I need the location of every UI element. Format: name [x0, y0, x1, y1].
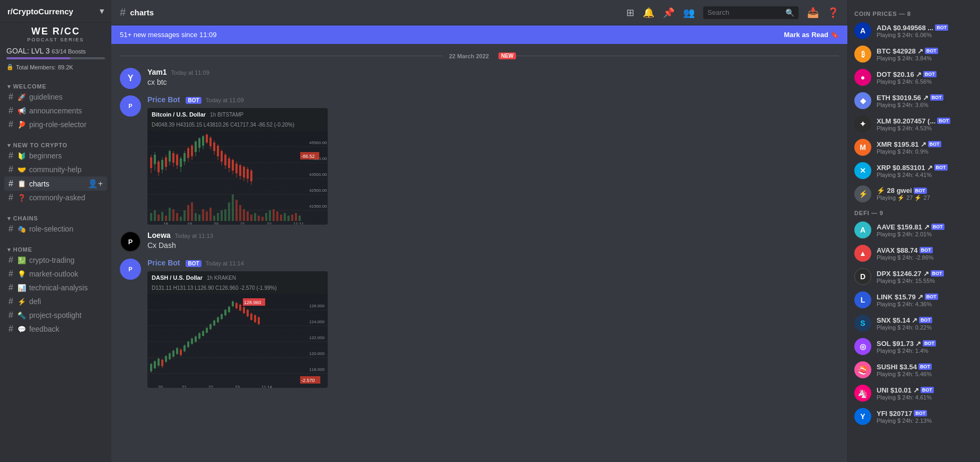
mark-read-label: Mark as Read — [784, 31, 828, 39]
svg-text:42500.00: 42500.00 — [309, 188, 327, 193]
svg-rect-64 — [172, 153, 174, 163]
avatar: P — [120, 95, 141, 117]
svg-rect-40 — [261, 217, 264, 221]
coin-item-sushi[interactable]: 🍣 SUSHI $3.54 BOT Playing $ 24h: 5.46% — [848, 358, 980, 381]
coin-item-avax[interactable]: ▲ AVAX $88.74 BOT Playing $ 24h: -2.86% — [848, 242, 980, 265]
svg-rect-13 — [161, 212, 163, 221]
channel-guidelines[interactable]: #🚀 guidelines — [4, 90, 107, 104]
coin-name: SUSHI $3.54 BOT — [877, 363, 974, 371]
coin-avatar-gwei: ⚡ — [854, 185, 871, 202]
section-home[interactable]: ▾ HOME — [4, 246, 107, 253]
coin-item-uni[interactable]: 🦄 UNI $10.01 ↗ BOT Playing $ 24h: 4.61% — [848, 381, 980, 405]
section-welcome[interactable]: ▾ WELCOME — [4, 83, 107, 90]
coin-item-gwei[interactable]: ⚡ ⚡ 28 gwei BOT Playing ⚡ 27 ⚡ 27 — [848, 182, 980, 206]
channel-label: beginners — [29, 152, 62, 160]
svg-rect-106 — [250, 171, 252, 181]
server-header[interactable]: r/CryptoCurrency ▾ — [0, 0, 111, 23]
channel-announcements[interactable]: #📢 announcements — [4, 104, 107, 118]
coin-sub: Playing $ 24h: 4.36% — [877, 301, 974, 307]
coin-avatar-aave: A — [854, 221, 871, 238]
svg-rect-82 — [206, 135, 208, 143]
coin-item-ada[interactable]: A ADA $0.949568 ... BOT Playing $ 24h: 6… — [848, 19, 980, 42]
search-icon: 🔍 — [785, 8, 794, 17]
section-chains[interactable]: ▾ CHAINS — [4, 215, 107, 222]
coin-item-xlm[interactable]: ✦ XLM $0.207457 (... BOT Playing $ 24h: … — [848, 112, 980, 136]
coin-info: AAVE $159.81 ↗ BOT Playing $ 24h: 2.01% — [877, 223, 974, 237]
search-input[interactable] — [707, 8, 782, 16]
search-bar[interactable]: 🔍 — [703, 6, 799, 19]
channel-commonly-asked[interactable]: #❓ commonly-asked — [4, 191, 107, 205]
coin-item-xrp[interactable]: ✕ XRP $0.853101 ↗ BOT Playing $ 24h: 4.4… — [848, 159, 980, 182]
coin-section-header-prices: COIN PRICES — 8 — [848, 6, 980, 19]
chart-timeframe: 1h BITSTAMP — [210, 112, 243, 118]
bot-tag: BOT — [919, 317, 932, 323]
chart-image-btc: Bitcoin / U.S. Dollar 1h BITSTAMP D4048.… — [147, 108, 328, 225]
channel-market-outlook[interactable]: #💡 market-outlook — [4, 267, 107, 281]
svg-rect-188 — [258, 317, 260, 324]
add-user-icon[interactable]: 👤+ — [88, 179, 103, 189]
svg-text:22: 22 — [208, 385, 213, 388]
message-content: Price Bot BOT Today at 11:09 Bitcoin / U… — [147, 95, 839, 225]
help-icon[interactable]: ❓ — [827, 7, 839, 19]
channel-defi[interactable]: #⚡ defi — [4, 295, 107, 308]
channel-ping-role-selector[interactable]: #🏓 ping-role-selector — [4, 118, 107, 131]
svg-rect-178 — [239, 305, 241, 310]
coin-name: LINK $15.79 ↗ BOT — [877, 293, 974, 301]
channel-technical-analysis[interactable]: #📊 technical-analysis — [4, 281, 107, 295]
coin-item-yfi[interactable]: Y YFI $20717 BOT Playing $ 24h: 2.13% — [848, 405, 980, 428]
channel-community-help[interactable]: #🤝 community-help — [4, 163, 107, 176]
coin-sub: Playing $ 24h: 4.61% — [877, 394, 974, 401]
avatar: Y — [120, 68, 141, 89]
coin-info: SNX $5.14 ↗ BOT Playing $ 24h: 0.22% — [877, 316, 974, 331]
pin-icon[interactable]: 📌 — [663, 7, 675, 19]
coin-item-dpx[interactable]: D DPX $1246.27 ↗ BOT Playing $ 24h: 15.5… — [848, 265, 980, 288]
bot-tag: BOT — [931, 224, 944, 230]
svg-rect-22 — [195, 213, 197, 221]
svg-rect-11 — [154, 210, 156, 221]
svg-text:118.000: 118.000 — [309, 367, 325, 372]
mute-icon[interactable]: 🔔 — [643, 7, 654, 19]
coin-info: XMR $195.81 ↗ BOT Playing $ 24h: 0.9% — [877, 140, 974, 155]
svg-rect-156 — [202, 331, 204, 336]
coin-item-sol[interactable]: ◎ SOL $91.73 ↗ BOT Playing $ 24h: 1.4% — [848, 335, 980, 358]
channel-role-selection[interactable]: #🎭 role-selection — [4, 222, 107, 236]
coin-item-xmr[interactable]: M XMR $195.81 ↗ BOT Playing $ 24h: 0.9% — [848, 136, 980, 159]
coin-avatar-link: L — [854, 291, 871, 308]
svg-rect-98 — [235, 164, 238, 173]
channel-charts[interactable]: #📋 charts 👤+ — [4, 176, 107, 191]
coin-sub: Playing ⚡ 27 ⚡ 27 — [877, 194, 974, 201]
svg-rect-80 — [202, 136, 204, 146]
members-icon[interactable]: 👥 — [683, 7, 695, 19]
inbox-icon[interactable]: 📥 — [807, 7, 819, 19]
bot-tag: BOT — [920, 247, 933, 253]
svg-rect-90 — [221, 151, 223, 162]
svg-rect-45 — [280, 215, 282, 221]
channel-project-spotlight[interactable]: #🔦 project-spotlight — [4, 308, 107, 322]
svg-rect-35 — [243, 209, 245, 221]
coin-item-aave[interactable]: A AAVE $159.81 ↗ BOT Playing $ 24h: 2.01… — [848, 218, 980, 242]
coin-item-snx[interactable]: S SNX $5.14 ↗ BOT Playing $ 24h: 0.22% — [848, 312, 980, 335]
coin-name: SNX $5.14 ↗ BOT — [877, 316, 974, 324]
coin-avatar-avax: ▲ — [854, 245, 871, 262]
svg-text:11:14: 11:14 — [261, 385, 273, 388]
svg-rect-162 — [213, 321, 215, 325]
coin-sub: Playing $ 24h: 0.9% — [877, 148, 974, 155]
channel-feedback[interactable]: #💬 feedback — [4, 322, 107, 336]
channel-beginners[interactable]: #🔰 beginners — [4, 149, 107, 163]
section-new-to-crypto[interactable]: ▾ NEW TO CRYPTO — [4, 142, 107, 149]
svg-rect-74 — [191, 146, 193, 156]
coin-item-link[interactable]: L LINK $15.79 ↗ BOT Playing $ 24h: 4.36% — [848, 288, 980, 312]
channel-crypto-trading[interactable]: #💹 crypto-trading — [4, 253, 107, 267]
mark-read-button[interactable]: Mark as Read 🔖 — [784, 31, 839, 39]
coin-name: XMR $195.81 ↗ BOT — [877, 140, 974, 148]
svg-rect-10 — [150, 213, 152, 221]
message-content: Yam1 Today at 11:09 cx btc — [147, 68, 839, 89]
svg-rect-184 — [250, 314, 252, 320]
hashtag-icon[interactable]: ⊞ — [626, 7, 634, 19]
svg-rect-26 — [209, 208, 212, 221]
coin-item-eth[interactable]: ◆ ETH $3019.56 ↗ BOT Playing $ 24h: 3.6% — [848, 89, 980, 112]
coin-name: UNI $10.01 ↗ BOT — [877, 386, 974, 394]
coin-item-dot[interactable]: ● DOT $20.16 ↗ BOT Playing $ 24h: 6.56% — [848, 66, 980, 89]
coin-item-btc[interactable]: ₿ BTC $42928 ↗ BOT Playing $ 24h: 3.84% — [848, 42, 980, 66]
channel-label: role-selection — [29, 225, 73, 233]
